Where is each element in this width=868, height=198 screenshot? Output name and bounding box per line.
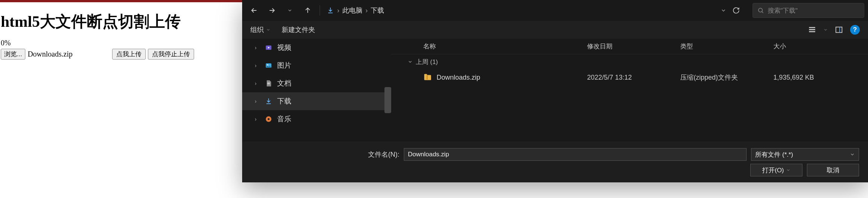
sidebar-item-label: 下载 bbox=[277, 96, 291, 106]
breadcrumb-segment[interactable]: 此电脑 bbox=[342, 6, 362, 15]
chevron-down-icon bbox=[266, 28, 270, 32]
browse-button[interactable]: 浏览... bbox=[1, 49, 25, 60]
chevron-down-icon bbox=[408, 59, 413, 64]
file-type-filter[interactable]: 所有文件 (*.*) bbox=[751, 148, 859, 161]
sidebar: › 视频 › 图片 › 文档 › 下载 › 音乐 bbox=[242, 39, 391, 141]
svg-point-9 bbox=[267, 64, 268, 66]
filename-input[interactable] bbox=[404, 148, 747, 161]
sidebar-item-label: 音乐 bbox=[277, 114, 291, 124]
svg-rect-2 bbox=[809, 29, 815, 30]
breadcrumb-segment[interactable]: 下载 bbox=[371, 6, 384, 15]
zip-file-icon bbox=[423, 73, 432, 82]
column-header-size[interactable]: 大小 bbox=[773, 42, 868, 51]
open-button[interactable]: 打开(O) bbox=[750, 164, 802, 176]
file-open-dialog: › 此电脑 › 下载 搜索"下载" 组织 新建文件夹 bbox=[242, 0, 868, 182]
svg-rect-10 bbox=[267, 83, 270, 83]
video-icon bbox=[264, 44, 273, 52]
recent-dropdown[interactable] bbox=[282, 3, 298, 18]
svg-point-13 bbox=[268, 118, 270, 120]
chevron-down-icon bbox=[786, 168, 791, 172]
sidebar-item-label: 文档 bbox=[277, 79, 291, 88]
filename-label: 文件名(N): bbox=[368, 150, 399, 159]
refresh-icon[interactable] bbox=[732, 7, 740, 14]
chevron-right-icon: › bbox=[365, 7, 368, 15]
chevron-right-icon: › bbox=[255, 45, 260, 51]
chevron-down-icon[interactable] bbox=[720, 7, 726, 13]
organize-menu[interactable]: 组织 bbox=[250, 25, 270, 34]
help-icon[interactable]: ? bbox=[850, 25, 860, 35]
svg-rect-14 bbox=[427, 75, 428, 80]
file-size: 1,935,692 KB bbox=[773, 74, 868, 82]
chevron-right-icon: › bbox=[255, 116, 260, 122]
sidebar-item-pictures[interactable]: › 图片 bbox=[242, 57, 391, 74]
sidebar-scrollbar[interactable] bbox=[384, 87, 391, 113]
svg-point-0 bbox=[758, 8, 763, 12]
music-icon bbox=[264, 115, 273, 123]
sidebar-item-downloads[interactable]: › 下载 bbox=[242, 92, 391, 110]
sidebar-item-label: 图片 bbox=[277, 61, 291, 70]
sidebar-item-music[interactable]: › 音乐 bbox=[242, 110, 391, 128]
column-header-name[interactable]: 名称 bbox=[423, 42, 587, 51]
svg-rect-3 bbox=[809, 31, 815, 32]
up-button[interactable] bbox=[300, 3, 316, 18]
chevron-down-icon[interactable] bbox=[823, 28, 828, 32]
file-type: 压缩(zipped)文件夹 bbox=[680, 73, 773, 82]
sidebar-item-label: 视频 bbox=[277, 43, 291, 52]
sidebar-item-documents[interactable]: › 文档 bbox=[242, 74, 391, 92]
svg-rect-1 bbox=[809, 27, 815, 28]
image-icon bbox=[264, 61, 273, 70]
forward-button[interactable] bbox=[264, 3, 280, 18]
chevron-down-icon bbox=[850, 152, 855, 157]
chevron-right-icon: › bbox=[255, 80, 260, 86]
search-placeholder: 搜索"下载" bbox=[768, 6, 798, 15]
search-icon bbox=[757, 7, 764, 14]
column-header-type[interactable]: 类型 bbox=[680, 42, 773, 51]
download-icon bbox=[327, 7, 334, 14]
svg-rect-4 bbox=[836, 27, 842, 33]
new-folder-button[interactable]: 新建文件夹 bbox=[282, 25, 315, 34]
chevron-right-icon: › bbox=[255, 63, 260, 68]
stop-upload-button[interactable]: 点我停止上传 bbox=[148, 49, 194, 60]
upload-button[interactable]: 点我上传 bbox=[112, 49, 146, 60]
svg-rect-11 bbox=[267, 84, 270, 84]
file-name: Downloads.zip bbox=[437, 74, 587, 82]
sidebar-item-videos[interactable]: › 视频 bbox=[242, 39, 391, 57]
column-header-date[interactable]: 修改日期 bbox=[587, 42, 680, 51]
file-group-header[interactable]: 上周 (1) bbox=[391, 54, 868, 69]
chevron-right-icon: › bbox=[337, 7, 339, 15]
back-button[interactable] bbox=[246, 3, 262, 18]
search-input[interactable]: 搜索"下载" bbox=[753, 3, 864, 18]
download-icon bbox=[264, 97, 273, 105]
document-icon bbox=[264, 79, 273, 87]
breadcrumb[interactable]: › 此电脑 › 下载 bbox=[324, 3, 747, 18]
view-mode-button[interactable] bbox=[806, 24, 818, 36]
selected-file-label: Downloads.zip bbox=[28, 50, 73, 58]
preview-pane-button[interactable] bbox=[833, 24, 845, 36]
chevron-right-icon: › bbox=[255, 98, 260, 104]
file-row[interactable]: Downloads.zip 2022/5/7 13:12 压缩(zipped)文… bbox=[391, 69, 868, 86]
cancel-button[interactable]: 取消 bbox=[807, 164, 859, 176]
file-date: 2022/5/7 13:12 bbox=[587, 74, 680, 82]
